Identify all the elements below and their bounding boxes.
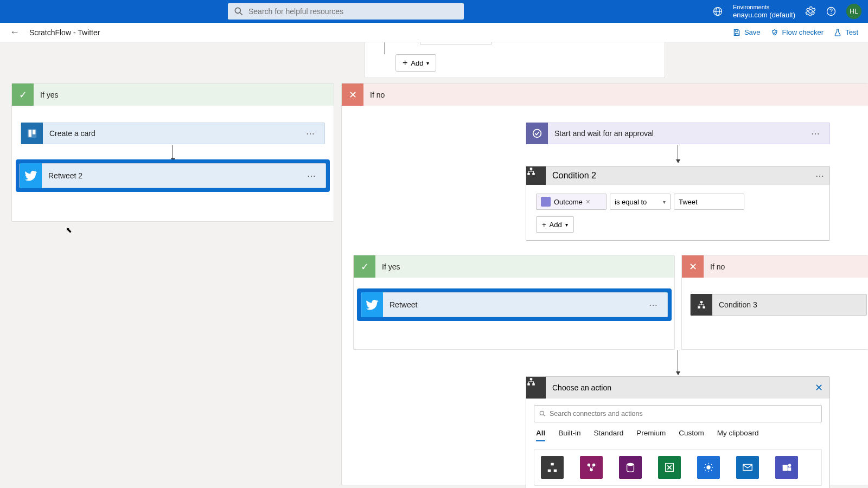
- action-create-card[interactable]: Create a card ⋯: [21, 123, 325, 144]
- test-button[interactable]: Test: [833, 28, 858, 37]
- close-button[interactable]: ✕: [815, 382, 823, 394]
- save-button[interactable]: Save: [732, 28, 761, 37]
- svg-rect-12: [527, 173, 530, 175]
- token-icon: [541, 197, 551, 207]
- svg-rect-24: [554, 470, 557, 472]
- close-icon: ✕: [682, 255, 704, 278]
- branch-header-yes[interactable]: ✓ If yes: [354, 255, 674, 278]
- condition-label: Condition 2: [546, 171, 596, 181]
- condition-2[interactable]: Condition 2 ⋯ Outcome × is equal to ▾ Tw…: [526, 166, 830, 241]
- branch-label: If no: [363, 91, 385, 99]
- action-menu[interactable]: ⋯: [644, 300, 663, 310]
- global-search[interactable]: [228, 3, 464, 20]
- action-menu[interactable]: ⋯: [303, 171, 321, 181]
- chevron-down-icon: ▾: [565, 222, 568, 228]
- checker-label: Flow checker: [782, 28, 824, 36]
- action-menu[interactable]: ⋯: [811, 171, 829, 181]
- partial-connector: [384, 42, 385, 54]
- env-label: Environments: [733, 4, 795, 11]
- flow-title: ScratchFlow - Twitter: [29, 28, 100, 37]
- tab-custom[interactable]: Custom: [679, 429, 704, 441]
- test-label: Test: [845, 28, 858, 36]
- action-label: Retweet 2: [48, 171, 303, 180]
- add-label: Add: [550, 221, 562, 229]
- connector-control[interactable]: [541, 456, 564, 479]
- token-remove[interactable]: ×: [586, 197, 590, 206]
- help-icon: [826, 6, 837, 17]
- tab-all[interactable]: All: [536, 429, 545, 441]
- connector-mail[interactable]: [736, 456, 759, 479]
- svg-rect-18: [527, 383, 530, 386]
- flow-canvas[interactable]: + Add ▾ ✓ If yes Create a card ⋯ Retweet…: [0, 42, 868, 488]
- connector-grid: [534, 449, 822, 486]
- condition-3[interactable]: Condition 3: [690, 294, 867, 316]
- action-retweet-wrapper: Retweet ⋯: [358, 290, 671, 320]
- add-action-button[interactable]: + Add ▾: [395, 54, 436, 72]
- condition-add-button[interactable]: + Add ▾: [536, 216, 574, 233]
- condition-operand-token[interactable]: Outcome ×: [536, 194, 607, 210]
- svg-point-6: [831, 13, 832, 14]
- user-avatar[interactable]: HL: [846, 4, 861, 19]
- action-menu[interactable]: ⋯: [302, 129, 320, 139]
- twitter-icon: [20, 163, 42, 188]
- action-approval[interactable]: Start and wait for an approval ⋯: [526, 123, 830, 144]
- action-menu[interactable]: ⋯: [807, 129, 825, 139]
- tab-standard[interactable]: Standard: [594, 429, 624, 441]
- action-retweet-2[interactable]: Retweet 2 ⋯: [20, 163, 326, 188]
- action-search-input[interactable]: [550, 410, 817, 418]
- action-retweet[interactable]: Retweet ⋯: [361, 292, 668, 317]
- global-search-input[interactable]: [248, 7, 458, 16]
- condition-operator[interactable]: is equal to ▾: [610, 194, 671, 210]
- svg-point-20: [540, 411, 544, 415]
- condition-header[interactable]: Condition 2 ⋯: [526, 166, 829, 185]
- svg-point-10: [533, 130, 541, 138]
- branch-header-no[interactable]: ✕ If no: [682, 255, 868, 278]
- svg-rect-8: [29, 130, 32, 137]
- svg-rect-32: [783, 465, 788, 471]
- action-label: Condition 3: [719, 300, 862, 309]
- svg-rect-13: [532, 173, 535, 175]
- condition-icon: [526, 377, 546, 399]
- connector-excel[interactable]: [658, 456, 681, 479]
- svg-rect-14: [700, 301, 703, 303]
- action-label: Retweet: [390, 300, 644, 309]
- connector-sql[interactable]: [619, 456, 642, 479]
- subheader: ← ScratchFlow - Twitter Save Flow checke…: [0, 23, 868, 42]
- save-icon: [732, 28, 741, 37]
- tab-clipboard[interactable]: My clipboard: [717, 429, 759, 441]
- environment-selector[interactable]: Environments enayu.com (default): [733, 4, 795, 20]
- add-label: Add: [411, 59, 423, 67]
- choose-action-panel: Choose an action ✕ All Built-in Standard…: [526, 376, 830, 488]
- tab-builtin[interactable]: Built-in: [558, 429, 580, 441]
- help-button[interactable]: [826, 6, 837, 17]
- checker-icon: [770, 28, 779, 37]
- connector-weather[interactable]: [697, 456, 720, 479]
- connector-teams[interactable]: [775, 456, 798, 479]
- svg-rect-23: [548, 470, 551, 472]
- svg-rect-9: [33, 130, 35, 134]
- action-search[interactable]: [534, 405, 822, 422]
- branch-header-no[interactable]: ✕ If no: [342, 84, 868, 106]
- condition-value[interactable]: Tweet: [674, 194, 744, 210]
- partial-outline: [420, 42, 492, 44]
- chevron-down-icon: ▾: [663, 199, 666, 205]
- approval-icon: [526, 123, 548, 144]
- save-label: Save: [744, 28, 761, 36]
- svg-rect-15: [698, 306, 700, 309]
- action-label: Create a card: [49, 129, 302, 138]
- tab-premium[interactable]: Premium: [636, 429, 666, 441]
- connector-dataverse[interactable]: [580, 456, 603, 479]
- svg-point-33: [788, 464, 792, 467]
- svg-rect-11: [530, 168, 533, 170]
- environment-icon: [712, 6, 723, 17]
- env-name: enayu.com (default): [733, 11, 795, 20]
- settings-button[interactable]: [805, 6, 816, 17]
- svg-point-30: [706, 465, 710, 469]
- svg-point-0: [235, 8, 240, 13]
- back-button[interactable]: ←: [10, 27, 20, 38]
- flow-checker-button[interactable]: Flow checker: [770, 28, 824, 37]
- branch-label: If no: [704, 262, 725, 271]
- twitter-icon: [361, 292, 383, 317]
- svg-line-21: [544, 415, 545, 416]
- branch-header-yes[interactable]: ✓ If yes: [12, 84, 334, 106]
